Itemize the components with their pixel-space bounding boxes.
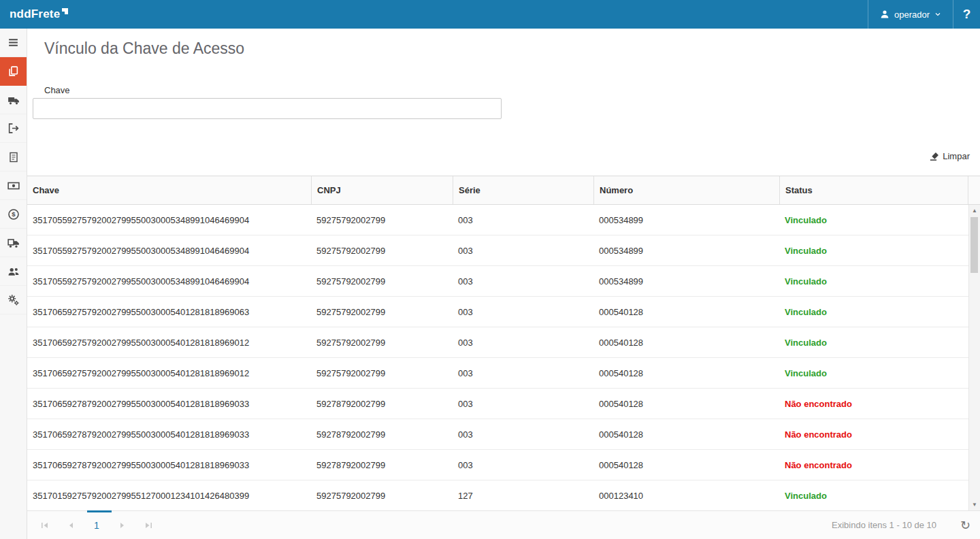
pager-page-1[interactable]: 1 — [88, 520, 105, 531]
cell-serie: 003 — [453, 246, 593, 256]
cell-numero: 000540128 — [593, 368, 779, 378]
pager: 1 Exibindo itens 1 - 10 de 10 ↻ — [27, 510, 980, 539]
cell-numero: 000540128 — [593, 429, 779, 440]
grid-header-row: Chave CNPJ Série Número Status — [27, 176, 980, 205]
cell-status: Não encontrado — [779, 399, 968, 409]
column-header-status[interactable]: Status — [779, 176, 968, 204]
column-header-cnpj[interactable]: CNPJ — [311, 176, 453, 204]
brand-logo: nddFrete — [0, 7, 68, 21]
exit-icon — [7, 122, 19, 134]
pager-next-button[interactable] — [114, 517, 131, 534]
user-label: operador — [894, 10, 930, 20]
menu-toggle-icon — [7, 37, 19, 48]
table-row[interactable]: 3517065927879200279955003000540128181896… — [27, 419, 968, 450]
cell-cnpj: 59278792002799 — [311, 399, 453, 409]
results-grid: Chave CNPJ Série Número Status 351705592… — [27, 176, 980, 510]
cell-status: Vinculado — [779, 246, 968, 256]
pager-first-button[interactable] — [37, 517, 53, 534]
settings-gears-icon — [7, 294, 20, 306]
banknote-icon — [7, 180, 20, 192]
cell-cnpj: 59275792002799 — [311, 215, 453, 225]
table-row[interactable]: 3517065927879200279955003000540128181896… — [27, 389, 968, 419]
clear-broom-icon — [930, 152, 939, 161]
sidebar-item-users[interactable] — [0, 257, 27, 286]
table-row[interactable]: 3517055927579200279955003000534899104646… — [27, 266, 968, 297]
user-menu[interactable]: operador — [868, 0, 953, 29]
column-header-chave[interactable]: Chave — [27, 176, 311, 204]
cell-numero: 000534899 — [593, 215, 779, 225]
column-header-numero[interactable]: Número — [593, 176, 779, 204]
cell-chave: 3517055927579200279955003000534899104646… — [27, 276, 311, 287]
cell-chave: 3517065927879200279955003000540128181896… — [27, 460, 311, 470]
clear-button-label: Limpar — [943, 151, 970, 161]
user-icon — [879, 9, 890, 20]
users-icon — [7, 265, 20, 278]
cell-status: Vinculado — [779, 276, 968, 287]
cell-chave: 3517065927579200279955003000540128181896… — [27, 368, 311, 378]
table-row[interactable]: 3517065927879200279955003000540128181896… — [27, 450, 968, 480]
cell-cnpj: 59278792002799 — [311, 429, 453, 440]
table-row[interactable]: 3517055927579200279955003000534899104646… — [27, 235, 968, 266]
sidebar-menu-toggle[interactable] — [0, 29, 27, 57]
table-row[interactable]: 3517065927579200279955003000540128181896… — [27, 297, 968, 327]
cell-cnpj: 59275792002799 — [311, 276, 453, 287]
sidebar-item-banknote[interactable] — [0, 172, 27, 200]
pager-info-text: Exibindo itens 1 - 10 de 10 — [832, 520, 936, 530]
cell-serie: 003 — [453, 307, 593, 317]
delivery-truck-icon — [7, 237, 20, 249]
cell-cnpj: 59275792002799 — [311, 491, 453, 501]
cell-chave: 3517065927579200279955003000540128181896… — [27, 307, 311, 317]
scroll-up-arrow-icon[interactable]: ▲ — [969, 205, 980, 216]
cell-cnpj: 59275792002799 — [311, 246, 453, 256]
table-row[interactable]: 3517065927579200279955003000540128181896… — [27, 327, 968, 358]
sidebar-item-exit[interactable] — [0, 114, 27, 143]
vertical-scrollbar[interactable]: ▲ ▼ — [968, 205, 980, 510]
chave-input[interactable] — [33, 98, 502, 119]
cell-status: Vinculado — [779, 215, 968, 225]
sidebar-item-delivery[interactable] — [0, 229, 27, 257]
cell-chave: 3517065927579200279955003000540128181896… — [27, 338, 311, 348]
sidebar-item-report[interactable] — [0, 143, 27, 172]
topbar: nddFrete operador ? — [0, 0, 980, 29]
clear-button[interactable]: Limpar — [930, 151, 970, 161]
cell-numero: 000540128 — [593, 460, 779, 470]
help-label: ? — [963, 7, 971, 22]
help-button[interactable]: ? — [953, 0, 980, 29]
freight-truck-icon — [7, 94, 20, 106]
sidebar-item-access-key[interactable] — [0, 57, 27, 86]
cell-cnpj: 59275792002799 — [311, 307, 453, 317]
pager-last-button[interactable] — [140, 517, 157, 534]
cell-serie: 003 — [453, 338, 593, 348]
grid-body: 3517055927579200279955003000534899104646… — [27, 205, 968, 510]
cell-numero: 000540128 — [593, 399, 779, 409]
table-row[interactable]: 3517065927579200279955003000540128181896… — [27, 358, 968, 389]
sidebar: $ — [0, 29, 27, 539]
cell-status: Vinculado — [779, 307, 968, 317]
refresh-icon[interactable]: ↻ — [960, 519, 970, 532]
current-page-indicator — [87, 510, 112, 512]
column-header-serie[interactable]: Série — [453, 176, 593, 204]
cell-cnpj: 59278792002799 — [311, 460, 453, 470]
table-row[interactable]: 3517015927579200279955127000123410142648… — [27, 480, 968, 510]
chevron-down-icon — [934, 10, 942, 18]
table-row[interactable]: 3517055927579200279955003000534899104646… — [27, 205, 968, 235]
pager-previous-button[interactable] — [63, 517, 79, 534]
scrollbar-thumb[interactable] — [970, 217, 978, 273]
cell-numero: 000534899 — [593, 246, 779, 256]
cell-serie: 003 — [453, 368, 593, 378]
scroll-down-arrow-icon[interactable]: ▼ — [969, 499, 980, 510]
main-content: Vínculo da Chave de Acesso Chave Limpar … — [27, 29, 980, 539]
cell-chave: 3517055927579200279955003000534899104646… — [27, 246, 311, 256]
svg-text:$: $ — [12, 210, 16, 218]
cell-status: Vinculado — [779, 338, 968, 348]
sidebar-item-settings[interactable] — [0, 286, 27, 314]
cell-cnpj: 59275792002799 — [311, 338, 453, 348]
cell-chave: 3517055927579200279955003000534899104646… — [27, 215, 311, 225]
dollar-circle-icon: $ — [7, 208, 20, 220]
access-key-link-icon — [7, 65, 19, 77]
cell-numero: 000540128 — [593, 338, 779, 348]
sidebar-item-payment[interactable]: $ — [0, 200, 27, 229]
cell-numero: 000540128 — [593, 307, 779, 317]
cell-status: Não encontrado — [779, 429, 968, 440]
sidebar-item-freight[interactable] — [0, 86, 27, 114]
